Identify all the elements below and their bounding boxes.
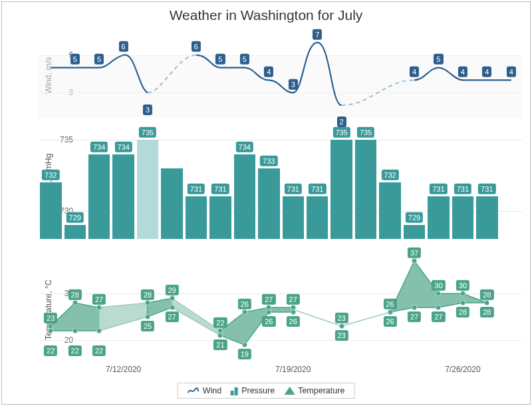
- pressure-bar: [88, 154, 110, 240]
- pressure-data-label: 733: [260, 156, 277, 166]
- wind-data-label: 4: [482, 67, 491, 77]
- pressure-data-label: 732: [381, 170, 398, 180]
- pressure-bar: [186, 196, 207, 239]
- temperature-data-label: 25: [141, 321, 154, 331]
- pressure-data-label: 732: [42, 170, 59, 180]
- pressure-bar-hover: [137, 140, 159, 239]
- chart-title: Weather in Washington for July: [2, 7, 530, 23]
- pressure-pane: Pressure, mmHg 730 735 732 729 734 734 7…: [39, 126, 522, 239]
- pressure-data-label: 735: [139, 127, 156, 138]
- temperature-data-label: 22: [213, 317, 227, 328]
- x-tick-label: 7/19/2020: [275, 365, 311, 374]
- pressure-bar: [112, 154, 134, 240]
- temperature-data-label: 26: [287, 316, 300, 327]
- wind-data-label: 6: [192, 41, 201, 52]
- temperature-data-label: 27: [408, 311, 421, 322]
- temperature-pane: Temperature, °C 20 30 23 28 27 28 29 22 …: [39, 247, 522, 363]
- temperature-data-label: 23: [44, 313, 57, 323]
- bar-icon: [231, 386, 238, 395]
- temperature-data-label: 28: [480, 290, 493, 300]
- pressure-bar: [331, 140, 352, 239]
- legend-label: Pressure: [241, 386, 275, 395]
- wind-data-label: 3: [143, 104, 152, 115]
- wind-data-label: 5: [240, 54, 249, 65]
- temperature-data-label: 28: [456, 307, 469, 317]
- chart-frame: { "title": "Weather in Washington for Ju…: [1, 1, 531, 405]
- pressure-data-label: 731: [285, 184, 302, 194]
- pressure-bar: [452, 196, 474, 239]
- temperature-data-label: 28: [68, 290, 82, 300]
- legend-item-temperature[interactable]: Temperature: [284, 386, 344, 395]
- legend-label: Wind: [203, 386, 221, 395]
- pressure-data-label: 731: [478, 184, 495, 194]
- svg-marker-3: [172, 298, 221, 335]
- pressure-bar: [40, 182, 62, 239]
- temperature-data-label: 21: [213, 339, 227, 350]
- wind-data-label: 7: [313, 29, 322, 40]
- pressure-data-label: 731: [211, 184, 229, 194]
- temperature-data-label: 27: [92, 294, 106, 305]
- legend: Wind Pressure Temperature: [178, 383, 355, 399]
- temperature-data-label: 37: [408, 248, 421, 258]
- pressure-data-label: 735: [332, 127, 350, 138]
- temperature-range-area: [39, 247, 523, 363]
- spline-icon: [188, 386, 200, 395]
- temperature-data-label: 30: [432, 280, 445, 291]
- temperature-data-label: 26: [383, 299, 396, 309]
- temperature-data-label: 30: [456, 280, 469, 291]
- wind-pane: Wind, m/s 3 6 5 5 6 3 6 5 5 4 3 7 2 4 5 …: [39, 30, 522, 118]
- pressure-bar: [258, 168, 280, 239]
- temperature-data-label: 27: [287, 294, 300, 305]
- pressure-bar: [355, 140, 377, 239]
- temperature-data-label: 22: [92, 345, 106, 356]
- wind-data-label: 4: [264, 67, 273, 77]
- wind-data-label: 4: [410, 67, 419, 77]
- x-tick-label: 7/12/2020: [106, 365, 141, 374]
- temperature-data-label: 22: [68, 345, 82, 356]
- wind-data-label: 5: [215, 54, 225, 65]
- wind-data-label: 6: [119, 41, 128, 52]
- pressure-data-label: 729: [406, 212, 423, 223]
- wind-data-label: 5: [94, 54, 104, 65]
- x-tick-label: 7/26/2020: [445, 365, 480, 374]
- pressure-bar: [379, 182, 401, 239]
- temperature-data-label: 26: [262, 316, 275, 327]
- x-axis: 7/12/2020 7/19/2020 7/26/2020: [39, 365, 522, 377]
- temperature-data-label: 23: [334, 313, 348, 323]
- wind-data-label: 4: [458, 67, 467, 77]
- pressure-bar: [209, 196, 231, 239]
- wind-spline: [39, 30, 523, 118]
- pressure-data-label: 734: [90, 142, 108, 152]
- pressure-bar: [307, 196, 329, 239]
- wind-data-label: 3: [289, 79, 298, 90]
- legend-item-pressure[interactable]: Pressure: [231, 386, 275, 395]
- pressure-data-label: 731: [309, 184, 326, 194]
- temperature-data-label: 28: [141, 290, 154, 300]
- wind-data-label: 4: [507, 67, 516, 77]
- pressure-bar: [65, 225, 86, 239]
- svg-marker-4: [220, 307, 293, 345]
- temperature-data-label: 28: [480, 307, 493, 317]
- pressure-data-label: 731: [188, 184, 205, 194]
- pressure-bar: [404, 225, 426, 239]
- pressure-data-label: 734: [114, 142, 132, 152]
- wind-data-label: 5: [434, 54, 443, 65]
- pressure-data-label: 729: [66, 212, 84, 223]
- legend-label: Temperature: [298, 386, 344, 395]
- pressure-data-label: 735: [357, 127, 374, 138]
- pressure-bar: [476, 196, 498, 239]
- temperature-data-label: 27: [165, 311, 178, 322]
- temperature-data-label: 26: [383, 316, 396, 327]
- temperature-data-label: 19: [238, 349, 251, 359]
- wind-data-label: 5: [70, 54, 80, 65]
- pressure-data-label: 734: [236, 142, 253, 152]
- svg-marker-0: [51, 303, 99, 331]
- legend-item-wind[interactable]: Wind: [188, 386, 221, 395]
- pressure-data-label: 731: [454, 184, 471, 194]
- temperature-data-label: 29: [165, 285, 178, 296]
- pressure-data-label: 731: [430, 184, 447, 194]
- triangle-icon: [284, 387, 295, 395]
- temperature-data-label: 26: [238, 299, 251, 309]
- temperature-data-label: 23: [334, 330, 348, 341]
- pressure-bar: [234, 154, 256, 240]
